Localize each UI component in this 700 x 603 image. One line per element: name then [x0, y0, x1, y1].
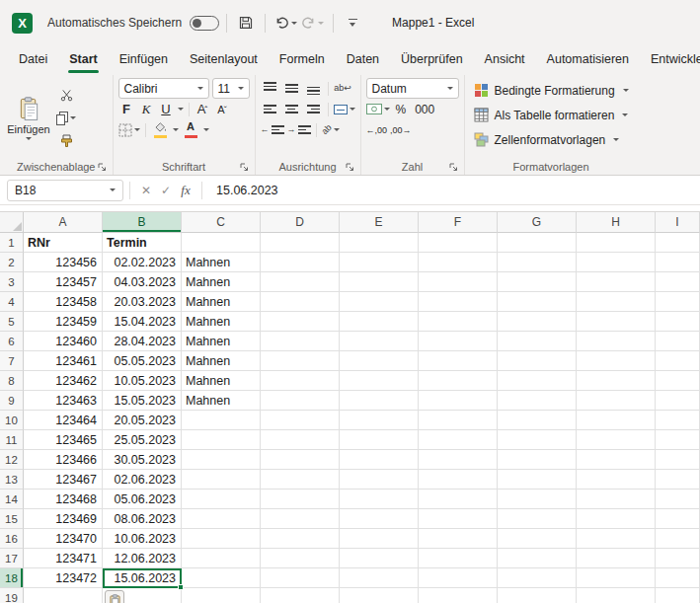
row-header-10[interactable]: 10 [0, 411, 24, 430]
cell-H12[interactable] [577, 450, 656, 470]
cell-E8[interactable] [340, 371, 419, 391]
cell-H19[interactable] [577, 588, 656, 603]
cell-A12[interactable]: 123466 [24, 450, 103, 470]
row-header-18[interactable]: 18 [0, 568, 24, 588]
cell-F18[interactable] [419, 568, 498, 588]
cell-C12[interactable] [182, 450, 261, 470]
cell-G19[interactable] [498, 588, 577, 603]
column-header-G[interactable]: G [498, 212, 577, 233]
row-header-16[interactable]: 16 [0, 529, 24, 549]
tab-formeln[interactable]: Formeln [269, 45, 336, 75]
tab-entwicklertools[interactable]: Entwicklertools [640, 45, 700, 75]
align-center-button[interactable] [282, 100, 301, 119]
cell-C16[interactable] [182, 529, 261, 549]
redo-button[interactable] [299, 10, 326, 36]
tab-start[interactable]: Start [58, 45, 108, 75]
cell-G8[interactable] [498, 371, 577, 391]
cell-B17[interactable]: 12.06.2023 [103, 549, 182, 568]
excel-app-icon[interactable]: X [12, 13, 33, 34]
cell-D14[interactable] [261, 490, 340, 509]
autosave-toggle[interactable] [190, 16, 219, 31]
dialog-launcher-icon[interactable] [448, 162, 458, 172]
font-color-button[interactable]: A [182, 120, 200, 140]
cell-G6[interactable] [498, 332, 577, 351]
cell-E9[interactable] [340, 391, 419, 411]
cell-I12[interactable] [656, 450, 700, 470]
merge-center-button[interactable] [334, 100, 355, 119]
cell-A6[interactable]: 123460 [24, 332, 103, 351]
cell-H7[interactable] [577, 351, 656, 371]
cell-F13[interactable] [419, 470, 498, 490]
cell-H5[interactable] [577, 312, 656, 332]
cell-D3[interactable] [261, 272, 340, 292]
enter-button[interactable]: ✓ [156, 180, 176, 201]
row-header-9[interactable]: 9 [0, 391, 24, 411]
cell-E12[interactable] [340, 450, 419, 470]
cell-H18[interactable] [577, 568, 656, 588]
cell-D17[interactable] [261, 549, 340, 568]
comma-style-button[interactable]: 000 [412, 100, 437, 119]
cell-I4[interactable] [656, 292, 700, 312]
cell-F9[interactable] [419, 391, 498, 411]
cell-A3[interactable]: 123457 [24, 272, 103, 292]
autosave-control[interactable]: Automatisches Speichern [47, 16, 219, 31]
cell-H3[interactable] [577, 272, 656, 292]
cell-B14[interactable]: 05.06.2023 [103, 490, 182, 509]
format-as-table-button[interactable]: Als Tabelle formatieren [470, 103, 633, 127]
cell-D19[interactable] [261, 588, 340, 603]
cell-A1[interactable]: RNr [24, 233, 103, 253]
tab-seitenlayout[interactable]: Seitenlayout [179, 45, 269, 75]
cell-A2[interactable]: 123456 [24, 253, 103, 272]
cell-C6[interactable]: Mahnen [182, 332, 261, 351]
paste-options-button[interactable] [105, 590, 124, 603]
cell-E15[interactable] [340, 509, 419, 529]
cell-E16[interactable] [340, 529, 419, 549]
cell-H10[interactable] [577, 411, 656, 430]
cell-C8[interactable]: Mahnen [182, 371, 261, 391]
cell-G10[interactable] [498, 411, 577, 430]
percent-style-button[interactable]: % [393, 100, 410, 119]
cell-C5[interactable]: Mahnen [182, 312, 261, 332]
dialog-launcher-icon[interactable] [345, 162, 354, 172]
cell-E14[interactable] [340, 490, 419, 509]
cell-A4[interactable]: 123458 [24, 292, 103, 312]
cell-C7[interactable]: Mahnen [182, 351, 261, 371]
cell-E7[interactable] [340, 351, 419, 371]
name-box[interactable]: B18 [7, 180, 123, 201]
cell-I14[interactable] [656, 490, 700, 509]
decrease-font-size-button[interactable]: Aˇ [214, 100, 231, 119]
align-left-button[interactable] [261, 100, 279, 119]
bold-button[interactable]: F [118, 100, 135, 119]
row-header-5[interactable]: 5 [0, 312, 24, 332]
cell-A5[interactable]: 123459 [24, 312, 103, 332]
cell-B2[interactable]: 02.02.2023 [103, 253, 182, 272]
column-header-D[interactable]: D [261, 212, 340, 233]
tab-automatisieren[interactable]: Automatisieren [536, 45, 640, 75]
cell-A15[interactable]: 123469 [24, 509, 103, 529]
row-header-15[interactable]: 15 [0, 509, 24, 529]
paste-button[interactable]: Einfügen [5, 78, 52, 158]
cell-H11[interactable] [577, 430, 656, 450]
cell-B3[interactable]: 04.03.2023 [103, 272, 182, 292]
cell-F1[interactable] [419, 233, 498, 253]
tab-datei[interactable]: Datei [8, 45, 58, 75]
cell-F19[interactable] [419, 588, 498, 603]
cell-I19[interactable] [656, 588, 700, 603]
cell-H15[interactable] [577, 509, 656, 529]
cell-B8[interactable]: 10.05.2023 [103, 371, 182, 391]
tab-ueberpruefen[interactable]: Überprüfen [390, 45, 474, 75]
row-header-7[interactable]: 7 [0, 351, 24, 371]
cell-A9[interactable]: 123463 [24, 391, 103, 411]
tab-ansicht[interactable]: Ansicht [474, 45, 536, 75]
row-header-19[interactable]: 19 [0, 588, 24, 603]
column-header-F[interactable]: F [419, 212, 498, 233]
cell-E11[interactable] [340, 430, 419, 450]
cell-H6[interactable] [577, 332, 656, 351]
row-header-13[interactable]: 13 [0, 470, 24, 490]
cell-E17[interactable] [340, 549, 419, 568]
cell-I10[interactable] [656, 411, 700, 430]
cancel-button[interactable]: ✕ [136, 180, 156, 201]
cell-A19[interactable] [24, 588, 103, 603]
cell-D18[interactable] [261, 568, 340, 588]
cell-C19[interactable] [182, 588, 261, 603]
